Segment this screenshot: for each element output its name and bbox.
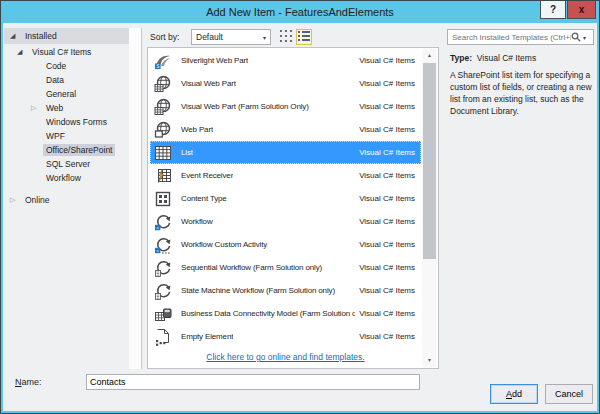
sidebar-item-visual-c-items[interactable]: ◢Visual C# Items <box>4 45 129 59</box>
template-item-category: Visual C# Items <box>355 56 420 65</box>
sort-by-label: Sort by: <box>150 32 179 42</box>
template-item-category: Visual C# Items <box>355 263 420 272</box>
empty-element-icon <box>154 328 172 346</box>
template-item-name: Visual Web Part <box>181 79 236 88</box>
template-item-name: Empty Element <box>181 332 233 341</box>
sidebar-item-label: WPF <box>43 130 68 142</box>
sidebar-item-label: SQL Server <box>43 158 93 170</box>
help-button[interactable]: ? <box>540 1 566 19</box>
template-item-state-machine-workflow-farm-solution-only[interactable]: State Machine Workflow (Farm Solution on… <box>150 279 421 302</box>
sidebar-item-wpf[interactable]: WPF <box>4 129 129 143</box>
sidebar-item-workflow[interactable]: Workflow <box>4 171 129 185</box>
dialog-title: Add New Item - FeaturesAndElements <box>206 6 394 18</box>
grid-view-icon <box>280 28 292 46</box>
scroll-down-icon[interactable]: ▾ <box>422 354 437 367</box>
sidebar-item-online[interactable]: ▷ Online <box>4 193 129 207</box>
sidebar-item-windows-forms[interactable]: Windows Forms <box>4 115 129 129</box>
go-online-link[interactable]: Click here to go online and find templat… <box>148 352 423 362</box>
template-list: SSilverlight Web PartVisual C# ItemsVisu… <box>147 47 439 369</box>
template-description: A SharePoint list item for specifying a … <box>450 69 596 117</box>
template-item-category: Visual C# Items <box>355 194 420 203</box>
collapsed-triangle-icon[interactable]: ▷ <box>10 196 22 204</box>
sort-by-dropdown[interactable]: Default ▾ <box>191 29 271 45</box>
sidebar-item-general[interactable]: General <box>4 87 129 101</box>
template-item-business-data-connectivity-model-farm-solution-only[interactable]: Business Data Connectivity Model (Farm S… <box>150 302 421 325</box>
sidebar-item-label: Windows Forms <box>43 116 110 128</box>
template-item-empty-element[interactable]: Empty ElementVisual C# Items <box>150 325 421 348</box>
sidebar-item-label: Code <box>43 60 69 72</box>
visual-web-part-icon <box>154 75 172 93</box>
visual-web-part-icon <box>154 98 172 116</box>
search-box: ▾ <box>447 29 594 45</box>
close-button[interactable]: x <box>567 1 596 19</box>
list-view-button[interactable] <box>296 29 312 45</box>
template-rows: SSilverlight Web PartVisual C# ItemsVisu… <box>150 49 421 348</box>
type-label: Type: <box>450 53 472 63</box>
template-type-line: Type: Visual C# Items <box>450 53 536 63</box>
titlebar: Add New Item - FeaturesAndElements ? x <box>1 1 599 23</box>
event-receiver-icon <box>154 167 172 185</box>
scroll-up-icon[interactable]: ▴ <box>422 49 437 62</box>
template-item-event-receiver[interactable]: Event ReceiverVisual C# Items <box>150 164 421 187</box>
template-item-category: Visual C# Items <box>355 125 420 134</box>
template-item-content-type[interactable]: Content TypeVisual C# Items <box>150 187 421 210</box>
template-item-name: List <box>181 148 193 157</box>
template-item-name: Sequential Workflow (Farm Solution only) <box>181 263 322 272</box>
sequential-workflow-icon <box>154 259 172 277</box>
template-item-category: Visual C# Items <box>355 309 420 318</box>
sort-by-value: Default <box>196 32 223 42</box>
bdc-model-icon <box>154 305 172 323</box>
chevron-down-icon[interactable]: ▾ <box>583 34 593 41</box>
installed-templates-tree: ◢Visual C# ItemsCodeDataGeneral▷WebWindo… <box>4 45 129 185</box>
template-item-name: Visual Web Part (Farm Solution Only) <box>181 102 309 111</box>
sidebar-item-data[interactable]: Data <box>4 73 129 87</box>
web-part-icon <box>154 121 172 139</box>
sidebar-item-code[interactable]: Code <box>4 59 129 73</box>
sidebar-item-installed[interactable]: ◢ Installed <box>4 28 129 44</box>
template-item-name: Event Receiver <box>181 171 233 180</box>
add-new-item-dialog: Add New Item - FeaturesAndElements ? x ◢… <box>0 0 600 414</box>
template-item-visual-web-part[interactable]: Visual Web PartVisual C# Items <box>150 72 421 95</box>
template-item-web-part[interactable]: Web PartVisual C# Items <box>150 118 421 141</box>
template-item-name: Content Type <box>181 194 227 203</box>
collapsed-triangle-icon[interactable]: ▷ <box>31 104 43 112</box>
template-item-workflow[interactable]: sWorkflowVisual C# Items <box>150 210 421 233</box>
template-item-category: Visual C# Items <box>355 240 420 249</box>
scrollbar-thumb[interactable] <box>423 63 436 259</box>
state-machine-workflow-icon <box>154 282 172 300</box>
template-list-scrollbar[interactable]: ▴ ▾ <box>422 49 437 367</box>
template-item-category: Visual C# Items <box>355 171 420 180</box>
sidebar-item-office-sharepoint[interactable]: Office/SharePoint <box>4 143 129 157</box>
svg-text:S: S <box>156 64 159 69</box>
template-item-silverlight-web-part[interactable]: SSilverlight Web PartVisual C# Items <box>150 49 421 72</box>
search-input[interactable] <box>448 33 571 42</box>
sidebar-scrollbar[interactable] <box>129 28 142 369</box>
workflow-custom-activity-icon: s <box>154 236 172 254</box>
sidebar-item-label: General <box>43 88 79 100</box>
cancel-button[interactable]: Cancel <box>545 384 593 404</box>
magnifier-icon[interactable] <box>571 32 583 42</box>
small-icons-view-button[interactable] <box>278 29 294 45</box>
template-item-category: Visual C# Items <box>355 148 420 157</box>
sidebar-item-web[interactable]: ▷Web <box>4 101 129 115</box>
template-item-sequential-workflow-farm-solution-only[interactable]: Sequential Workflow (Farm Solution only)… <box>150 256 421 279</box>
dialog-buttons: Add Cancel <box>490 384 593 404</box>
template-item-name: Silverlight Web Part <box>181 56 248 65</box>
template-item-category: Visual C# Items <box>355 79 420 88</box>
template-item-workflow-custom-activity[interactable]: sWorkflow Custom ActivityVisual C# Items <box>150 233 421 256</box>
workflow-icon: s <box>154 213 172 231</box>
sidebar-item-label: Data <box>43 74 67 86</box>
type-value: Visual C# Items <box>477 53 536 63</box>
add-button[interactable]: Add <box>490 384 538 404</box>
template-item-name: Workflow <box>181 217 213 226</box>
sidebar-item-label: Visual C# Items <box>29 46 94 58</box>
template-item-list[interactable]: ListVisual C# Items <box>150 141 421 164</box>
content-type-icon <box>154 190 172 208</box>
expanded-triangle-icon[interactable]: ◢ <box>10 32 22 40</box>
sidebar-item-label: Web <box>43 102 66 114</box>
template-item-visual-web-part-farm-solution-only[interactable]: Visual Web Part (Farm Solution Only)Visu… <box>150 95 421 118</box>
template-item-name: Workflow Custom Activity <box>181 240 267 249</box>
expanded-triangle-icon[interactable]: ◢ <box>17 48 29 56</box>
name-input[interactable] <box>86 374 420 390</box>
sidebar-item-sql-server[interactable]: SQL Server <box>4 157 129 171</box>
